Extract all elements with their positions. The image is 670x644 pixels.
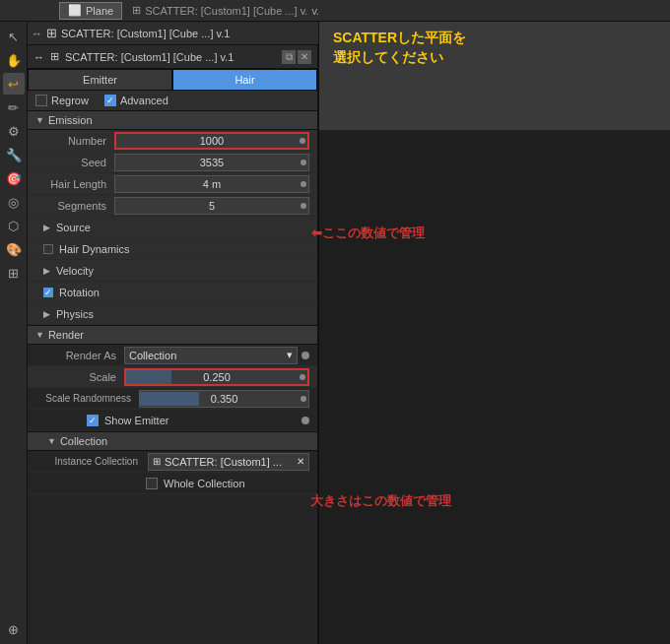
hair-length-label: Hair Length [35,178,114,190]
hair-length-row: Hair Length 4 m [28,173,317,195]
velocity-row[interactable]: ▶ Velocity [28,260,317,282]
sidebar-icon-link[interactable]: ◎ [3,191,25,213]
source-label: Source [56,222,91,233]
scale-randomness-label: Scale Randomness [35,393,139,404]
instance-collection-input[interactable]: ⊞ SCATTER: [Custom1] ... ✕ [148,453,309,471]
props-header: ↔ ⊞ SCATTER: [Custom1] [Cube ...] v.1 ⧉ … [28,45,317,69]
instance-close-icon[interactable]: ✕ [297,456,304,467]
emission-label: Emission [48,114,93,126]
render-label: Render [48,329,84,341]
show-emitter-checkbox[interactable] [87,415,99,426]
sidebar-icon-edit[interactable]: ✏ [3,97,25,118]
sidebar-icon-bottom[interactable]: ⊕ [3,618,25,640]
scale-randomness-input[interactable]: 0.350 [139,390,309,408]
whole-collection-row: Whole Collection [28,473,317,494]
main-area: ↔ ⊞ SCATTER: [Custom1] [Cube ...] v.1 ⧉ … [28,22,670,644]
sidebar-icon-grid[interactable]: ⊞ [3,262,25,284]
render-as-label: Render As [35,350,124,361]
source-row[interactable]: ▶ Source [28,217,317,238]
emission-arrow: ▼ [35,115,44,125]
menu-v: v. [311,5,319,17]
render-as-value: Collection [129,350,176,361]
regrow-checkbox-item[interactable]: Regrow [35,95,89,106]
segments-input[interactable]: 5 [114,197,309,215]
hair-dynamics-checkbox[interactable] [43,244,53,254]
props-close-btn[interactable]: ✕ [298,50,311,64]
scatter-icon-inner: ⊞ [46,26,57,40]
sidebar-icon-cursor[interactable]: ↖ [3,26,25,47]
number-input[interactable]: 1000 [114,132,309,150]
sidebar-icon-paint[interactable]: 🎨 [3,238,25,260]
show-emitter-label: Show Emitter [104,415,168,426]
sidebar-icon-target[interactable]: 🎯 [3,167,25,189]
collection-section-header[interactable]: ▼ Collection [28,431,317,451]
render-arrow: ▼ [35,330,44,340]
dropdown-arrow-icon: ▾ [287,349,293,361]
physics-row[interactable]: ▶ Physics [28,303,317,325]
sidebar-icon-hand[interactable]: ✋ [3,49,25,71]
seed-label: Seed [35,157,114,168]
scale-value: 0.250 [203,371,231,383]
scale-fill [126,370,171,384]
scale-label: Scale [35,371,124,383]
tab-hair[interactable]: Hair [172,69,317,91]
regrow-label: Regrow [51,95,89,106]
plane-label: Plane [86,5,113,17]
rotation-row[interactable]: Rotation [28,282,317,303]
instance-collection-value: SCATTER: [Custom1] ... [165,456,282,468]
inner-scatter-title: SCATTER: [Custom1] [Cube ...] v.1 [61,28,230,39]
segments-value: 5 [209,200,215,212]
scale-randomness-row: Scale Randomness 0.350 [28,388,317,410]
hair-length-input[interactable]: 4 m [114,175,309,193]
sidebar-icon-tool[interactable]: 🔧 [3,144,25,165]
hair-dynamics-label: Hair Dynamics [59,243,130,255]
whole-collection-checkbox[interactable] [146,478,158,489]
rotation-label: Rotation [59,287,100,298]
seed-row: Seed 3535 [28,152,317,173]
properties-panel: ↔ ⊞ SCATTER: [Custom1] [Cube ...] v.1 ⧉ … [28,45,318,644]
props-scatter-icon: ⊞ [50,50,59,63]
regrow-checkbox[interactable] [35,95,47,106]
velocity-arrow: ▶ [43,266,50,276]
source-arrow: ▶ [43,223,50,232]
number-value: 1000 [200,135,224,147]
rotation-checkbox[interactable] [43,288,53,297]
scatter-icon: ⊞ [132,4,141,17]
render-as-row: Render As Collection ▾ [28,345,317,366]
seed-dot [301,160,306,165]
plane-icon: ⬜ [68,4,82,17]
viewport-area [318,22,670,130]
emission-section-header[interactable]: ▼ Emission [28,110,317,130]
collection-header-label: Collection [60,435,107,447]
hair-dynamics-row[interactable]: Hair Dynamics [28,238,317,260]
show-emitter-dot [302,417,309,424]
scale-randomness-dot [301,396,306,402]
render-as-dropdown[interactable]: Collection ▾ [124,347,298,364]
tab-emitter[interactable]: Emitter [28,69,172,91]
props-copy-btn[interactable]: ⧉ [282,50,296,64]
props-title: SCATTER: [Custom1] [Cube ...] v.1 [65,51,234,63]
tab-row: Emitter Hair [28,69,317,91]
seed-input[interactable]: 3535 [114,154,309,171]
plane-button[interactable]: ⬜ Plane [59,2,122,20]
velocity-label: Velocity [56,265,94,277]
physics-arrow: ▶ [43,309,50,319]
scale-dot [300,374,305,380]
instance-collection-row: Instance Collection ⊞ SCATTER: [Custom1]… [28,451,317,473]
render-section-header[interactable]: ▼ Render [28,325,317,345]
physics-label: Physics [56,308,94,320]
number-dot [300,138,305,144]
bottom-area [318,130,670,644]
sidebar-icon-box[interactable]: ⬡ [3,215,25,236]
sidebar-icon-settings[interactable]: ⚙ [3,120,25,142]
advanced-checkbox[interactable] [104,95,116,106]
sidebar-icon-undo[interactable]: ↩ [3,73,25,95]
collection-icon: ⊞ [153,456,161,467]
hair-length-value: 4 m [203,178,221,190]
advanced-checkbox-item[interactable]: Advanced [104,95,168,106]
scale-randomness-value: 0.350 [211,393,238,405]
scale-input[interactable]: 0.250 [124,368,309,386]
number-label: Number [35,135,114,147]
segments-dot [301,203,306,209]
number-row: Number 1000 [28,130,317,152]
